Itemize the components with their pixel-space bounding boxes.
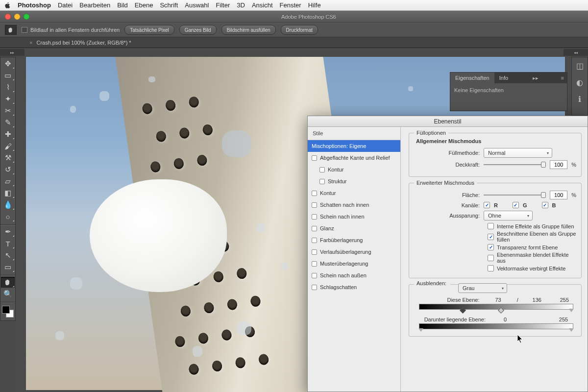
blend-mode-label: Füllmethode: <box>416 150 480 156</box>
channels-label: Kanäle: <box>416 202 480 208</box>
channel-g-checkbox[interactable] <box>513 202 519 208</box>
shape-tool[interactable]: ▭ <box>1 262 15 272</box>
pen-tool[interactable]: ✒ <box>1 226 15 237</box>
mac-menubar[interactable]: Photoshop Datei Bearbeiten Bild Ebene Sc… <box>0 0 588 11</box>
style-inner-shadow[interactable]: Schatten nach innen <box>308 199 400 211</box>
cb-transparency[interactable] <box>488 244 494 250</box>
layer-style-dialog: Ebenenstil Stile Mischoptionen: Eigene A… <box>307 116 588 392</box>
type-tool[interactable]: T <box>1 238 15 249</box>
checkbox-icon <box>22 27 27 33</box>
menu-fenster[interactable]: Fenster <box>280 1 301 9</box>
expand-panels-icon[interactable]: ◂◂ <box>564 49 588 56</box>
blur-tool[interactable]: 💧 <box>1 199 15 210</box>
menu-schrift[interactable]: Schrift <box>160 1 178 9</box>
panel-collapse-icon[interactable]: ▸▸ <box>530 75 541 81</box>
cb-internal-effects[interactable] <box>488 223 494 229</box>
move-tool[interactable]: ✥ <box>1 58 15 69</box>
minimize-button[interactable] <box>14 14 20 20</box>
tab-info[interactable]: Info <box>494 73 513 83</box>
maximize-button[interactable] <box>24 14 29 20</box>
style-color-overlay[interactable]: Farbüberlagerung <box>308 234 400 246</box>
general-blend-header: Allgemeiner Mischmodus <box>416 138 576 144</box>
blend-if-legend: Ausblenden: <box>414 280 450 286</box>
style-bevel[interactable]: Abgeflachte Kante und Relief <box>308 152 400 164</box>
menu-bearbeiten[interactable]: Bearbeiten <box>79 1 110 9</box>
style-bevel-contour[interactable]: Kontur <box>308 164 400 175</box>
this-layer-label: Diese Ebene: <box>422 297 479 303</box>
doc-tab[interactable]: × Crash.psd bei 100% (Zucker, RGB/8*) * <box>24 40 136 46</box>
eyedropper-tool[interactable]: ✎ <box>1 117 15 128</box>
stamp-tool[interactable]: ⚒ <box>1 152 15 163</box>
zoom-tool[interactable]: 🔍 <box>1 289 15 299</box>
options-bar: Bildlauf in allen Fenstern durchführen T… <box>0 23 588 37</box>
close-tab-icon[interactable]: × <box>29 40 32 46</box>
adjustments-icon[interactable]: ◐ <box>572 75 587 90</box>
menu-hilfe[interactable]: Hilfe <box>308 1 321 9</box>
advanced-blend-group: Erweiterter Mischmodus Fläche: % Kanäle:… <box>409 183 582 278</box>
cb-vector-mask[interactable] <box>488 265 494 271</box>
menu-ansicht[interactable]: Ansicht <box>252 1 273 9</box>
this-layer-slider[interactable] <box>419 304 573 310</box>
gradient-tool[interactable]: ◧ <box>1 188 15 198</box>
opacity-input[interactable] <box>550 160 567 169</box>
menu-auswahl[interactable]: Auswahl <box>185 1 209 9</box>
marquee-tool[interactable]: ▭ <box>1 70 15 81</box>
color-swatch[interactable] <box>2 306 14 318</box>
brush-tool[interactable]: 🖌 <box>1 141 15 151</box>
info-icon[interactable]: ℹ <box>572 92 587 106</box>
blend-if-select[interactable]: Grau▾ <box>458 283 507 293</box>
hand-tool-indicator[interactable] <box>5 25 17 35</box>
menu-3d[interactable]: 3D <box>237 1 245 9</box>
fill-options-legend: Fülloptionen <box>414 130 448 136</box>
style-pattern-overlay[interactable]: Musterüberlagerung <box>308 258 400 270</box>
actual-pixels-button[interactable]: Tatsächliche Pixel <box>124 25 174 35</box>
eraser-tool[interactable]: ▱ <box>1 176 15 187</box>
knockout-select[interactable]: Ohne▾ <box>484 211 533 220</box>
histogram-icon[interactable]: ◫ <box>572 58 587 73</box>
fill-screen-button[interactable]: Bildschirm ausfüllen <box>221 25 276 35</box>
dodge-tool[interactable]: ○ <box>1 211 15 222</box>
scroll-all-checkbox[interactable]: Bildlauf in allen Fenstern durchführen <box>22 27 120 33</box>
menu-filter[interactable]: Filter <box>216 1 230 9</box>
doc-tab-label: Crash.psd bei 100% (Zucker, RGB/8*) * <box>36 40 131 46</box>
crop-tool[interactable]: ✂ <box>1 105 15 116</box>
style-bevel-texture[interactable]: Struktur <box>308 175 400 187</box>
history-brush-tool[interactable]: ↺ <box>1 164 15 175</box>
menu-app[interactable]: Photoshop <box>18 1 51 9</box>
magic-wand-tool[interactable]: ✦ <box>1 94 15 104</box>
fill-input[interactable] <box>550 191 567 199</box>
window-controls <box>5 14 29 20</box>
healing-tool[interactable]: ✚ <box>1 129 15 140</box>
expand-tools-icon[interactable]: ▸▸ <box>0 49 24 56</box>
close-button[interactable] <box>5 14 11 20</box>
style-satin[interactable]: Glanz <box>308 222 400 234</box>
apple-icon[interactable] <box>4 2 11 9</box>
options-column: Fülloptionen Allgemeiner Mischmodus Füll… <box>401 127 588 392</box>
cb-clipped[interactable] <box>488 234 494 240</box>
under-layer-slider[interactable] <box>419 323 573 329</box>
style-stroke[interactable]: Kontur <box>308 187 400 199</box>
style-gradient-overlay[interactable]: Verlaufsüberlagerung <box>308 246 400 258</box>
fill-slider[interactable] <box>484 192 546 198</box>
panel-menu-icon[interactable]: ≡ <box>558 75 567 81</box>
menu-bild[interactable]: Bild <box>117 1 128 9</box>
channel-r-checkbox[interactable] <box>484 202 490 208</box>
opacity-slider[interactable] <box>484 162 546 168</box>
hand-tool[interactable] <box>1 277 15 288</box>
style-drop-shadow[interactable]: Schlagschatten <box>308 281 400 293</box>
doc-tabs: × Crash.psd bei 100% (Zucker, RGB/8*) * <box>0 37 588 48</box>
tab-eigenschaften[interactable]: Eigenschaften <box>450 73 494 83</box>
scroll-all-label: Bildlauf in allen Fenstern durchführen <box>30 27 120 33</box>
menu-datei[interactable]: Datei <box>58 1 73 9</box>
channel-b-checkbox[interactable] <box>542 202 548 208</box>
fit-screen-button[interactable]: Ganzes Bild <box>179 25 217 35</box>
style-outer-glow[interactable]: Schein nach außen <box>308 270 400 281</box>
path-select-tool[interactable]: ↖ <box>1 250 15 261</box>
style-blending-options[interactable]: Mischoptionen: Eigene <box>308 140 400 152</box>
cb-layer-mask[interactable] <box>488 255 494 261</box>
print-size-button[interactable]: Druckformat <box>281 25 318 35</box>
style-inner-glow[interactable]: Schein nach innen <box>308 211 400 222</box>
lasso-tool[interactable]: ⌇ <box>1 82 15 93</box>
menu-ebene[interactable]: Ebene <box>135 1 153 9</box>
blend-mode-select[interactable]: Normal▾ <box>484 148 552 158</box>
